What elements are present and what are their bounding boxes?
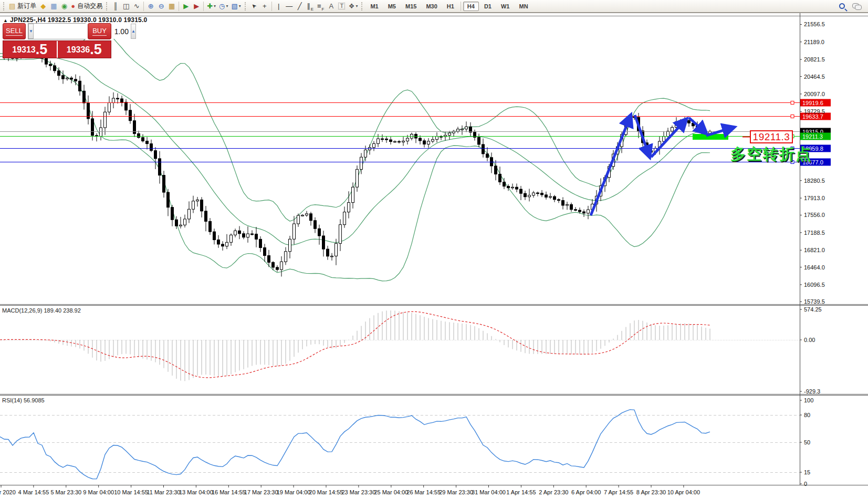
candle-body bbox=[650, 151, 653, 152]
price-tick-label: 20464.5 bbox=[804, 74, 825, 80]
candle-body bbox=[343, 212, 346, 225]
volume-decrease-button[interactable]: ▼ bbox=[28, 24, 34, 39]
candle-body bbox=[486, 154, 489, 158]
candle-body bbox=[222, 244, 224, 246]
candle-body bbox=[100, 128, 102, 136]
time-tick-label: 4 Mar 14:55 bbox=[18, 489, 49, 495]
candle-body bbox=[184, 219, 186, 225]
macd-axis-label: -929.3 bbox=[804, 388, 820, 395]
candle-body bbox=[146, 141, 149, 143]
trend-arrows[interactable] bbox=[591, 115, 733, 215]
candle-body bbox=[251, 234, 254, 235]
time-tick-label: 19 Mar 04:00 bbox=[277, 489, 311, 495]
candle-body bbox=[679, 121, 682, 122]
candle-body bbox=[289, 239, 291, 252]
time-tick-label: 20 Mar 14:55 bbox=[309, 489, 343, 495]
candle-body bbox=[213, 232, 216, 240]
price-tick-label: 16464.0 bbox=[804, 264, 825, 271]
macd-axis-label: 0.00 bbox=[804, 337, 815, 343]
candle-body bbox=[154, 151, 157, 159]
candle-body bbox=[301, 215, 304, 216]
candle-body bbox=[532, 193, 535, 195]
candle-body bbox=[129, 110, 132, 121]
sell-button[interactable]: SELL bbox=[3, 23, 26, 39]
candle-body bbox=[339, 225, 342, 244]
candle-body bbox=[138, 133, 140, 137]
macd-histogram bbox=[4, 310, 710, 381]
candle-body bbox=[364, 150, 367, 157]
price-tick-label: 16821.0 bbox=[804, 247, 825, 253]
time-tick-label: 1 Apr 14:55 bbox=[506, 489, 536, 495]
candle-body bbox=[705, 133, 707, 134]
candle-body bbox=[238, 231, 241, 234]
candle-body bbox=[108, 103, 111, 112]
candle-body bbox=[541, 193, 543, 195]
candle-body bbox=[457, 129, 459, 131]
price-callout[interactable]: 19211.3 bbox=[750, 130, 793, 143]
candle-body bbox=[150, 144, 153, 151]
candle-body bbox=[566, 204, 569, 205]
candle-body bbox=[562, 201, 564, 205]
chart-title: ▲JPN225-,H4 19322.5 19330.0 19310.0 1931… bbox=[3, 16, 147, 24]
candle-body bbox=[180, 225, 182, 226]
time-tick-label: 26 Mar 14:55 bbox=[406, 489, 441, 495]
candle-body bbox=[264, 247, 266, 255]
candle-body bbox=[427, 141, 430, 144]
rsi-label: RSI(14) 56.9085 bbox=[2, 397, 45, 403]
macd-axis-label: 574.25 bbox=[804, 306, 822, 313]
price-tick-label: 20821.5 bbox=[804, 56, 825, 63]
candle-body bbox=[331, 256, 333, 257]
candle-body bbox=[381, 139, 384, 140]
candle-body bbox=[675, 121, 678, 127]
candle-body bbox=[280, 262, 283, 269]
candle-body bbox=[524, 193, 527, 196]
candle-body bbox=[583, 212, 585, 213]
candle-body bbox=[482, 144, 485, 154]
price-tick-label: 21556.5 bbox=[804, 21, 825, 27]
candle-body bbox=[117, 98, 119, 99]
chart-canvas[interactable]: 19919.619633.719315.019211.318959.818677… bbox=[0, 0, 868, 498]
axis-price-label-text: 19211.3 bbox=[802, 133, 823, 140]
candle-body bbox=[75, 79, 77, 81]
line-handle[interactable] bbox=[791, 101, 794, 105]
candle-body bbox=[306, 214, 308, 215]
candle-body bbox=[327, 249, 329, 256]
trading-terminal-window: ▤新订单◆▦◉●自动交易║◫∿⊕⊖▦▶▶✚▾◷▾▧▾➤+|—╱∥E≡FAT❖▾M… bbox=[0, 0, 868, 498]
candle-body bbox=[276, 267, 279, 269]
time-tick-label: 25 Mar 04:00 bbox=[374, 489, 408, 495]
price-tick-label: 15739.5 bbox=[804, 298, 825, 305]
rsi-line bbox=[0, 410, 710, 479]
price-tick-label: 17913.0 bbox=[804, 195, 825, 201]
candle-body bbox=[272, 262, 275, 267]
buy-button[interactable]: BUY bbox=[88, 23, 111, 39]
volume-input[interactable] bbox=[34, 24, 131, 39]
candle-body bbox=[293, 224, 296, 239]
macd-signal-line bbox=[0, 312, 710, 378]
candle-body bbox=[247, 234, 249, 237]
candle-body bbox=[352, 187, 354, 202]
candle-body bbox=[255, 234, 258, 239]
candle-body bbox=[112, 98, 115, 103]
candle-body bbox=[314, 221, 317, 229]
candle-body bbox=[688, 120, 691, 123]
time-axis: 3 Mar 20204 Mar 14:555 Mar 23:309 Mar 04… bbox=[0, 485, 700, 495]
candle-body bbox=[377, 139, 380, 143]
collapse-triangle-icon[interactable]: ▲ bbox=[3, 18, 8, 23]
price-tick-label: 16096.5 bbox=[804, 282, 825, 288]
candle-body bbox=[243, 234, 245, 237]
candle-body bbox=[104, 112, 107, 128]
candle-body bbox=[217, 240, 220, 244]
time-tick-label: 11 Mar 23:30 bbox=[147, 489, 180, 495]
candle-body bbox=[537, 193, 539, 194]
candle-body bbox=[478, 137, 480, 144]
candle-body bbox=[390, 140, 392, 142]
line-handle[interactable] bbox=[791, 115, 794, 118]
bid-price: 19313.5 bbox=[3, 41, 58, 58]
candle-body bbox=[545, 195, 548, 197]
time-tick-label: 17 Mar 23:30 bbox=[244, 489, 278, 495]
candle-body bbox=[579, 210, 581, 212]
macd-label: MACD(12,26,9) 189.40 238.92 bbox=[2, 307, 81, 314]
volume-increase-button[interactable]: ▲ bbox=[131, 24, 136, 39]
candle-body bbox=[79, 81, 81, 91]
candle-body bbox=[432, 139, 434, 141]
